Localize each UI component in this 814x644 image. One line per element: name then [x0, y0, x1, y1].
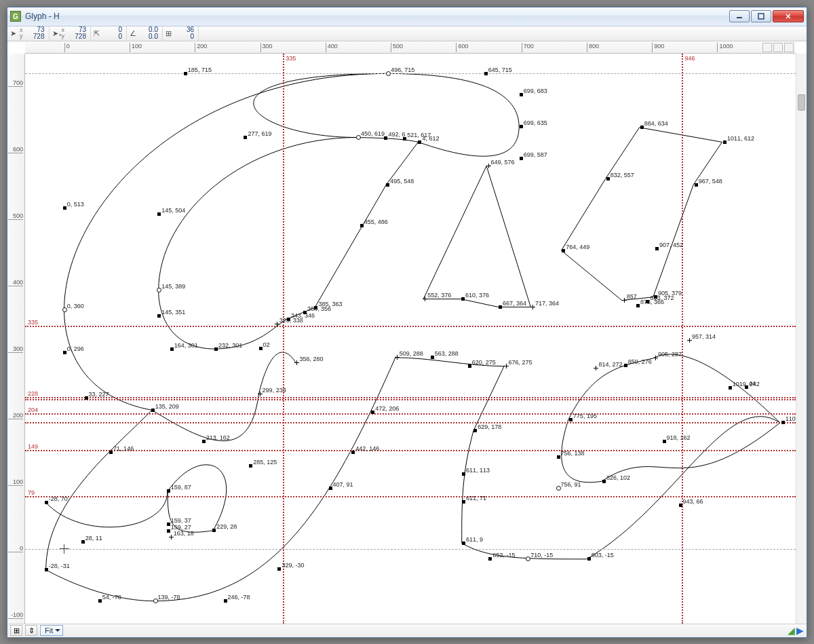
node-point[interactable] [303, 311, 307, 314]
glyph-canvas[interactable]: 33522820414979335946185, 715496, 715645,… [25, 54, 796, 624]
node-point[interactable] [687, 338, 692, 343]
node-point[interactable] [244, 136, 247, 139]
node-point[interactable] [167, 523, 170, 526]
ruler-option-2-icon[interactable] [773, 43, 783, 52]
node-point[interactable] [745, 385, 748, 389]
horizontal-ruler[interactable]: 01002003004005006007008009001000 [25, 41, 796, 54]
node-point[interactable] [530, 305, 535, 309]
node-point[interactable] [249, 464, 252, 468]
node-point[interactable] [277, 567, 281, 571]
node-point[interactable] [729, 386, 732, 390]
node-point[interactable] [486, 164, 491, 168]
node-point[interactable] [557, 455, 560, 459]
node-point[interactable] [356, 135, 361, 140]
node-point[interactable] [184, 72, 187, 75]
ruler-option-3-icon[interactable] [784, 43, 794, 52]
node-point[interactable] [556, 486, 561, 491]
zoom-select[interactable]: Fit [40, 625, 63, 636]
node-point[interactable] [275, 322, 279, 326]
minimize-button[interactable] [729, 10, 750, 22]
node-point[interactable] [461, 297, 465, 301]
close-button[interactable] [773, 10, 804, 22]
node-point[interactable] [224, 599, 227, 603]
node-point[interactable] [418, 140, 421, 144]
node-point[interactable] [520, 93, 523, 96]
node-point[interactable] [695, 183, 698, 187]
node-point[interactable] [294, 360, 299, 365]
node-point[interactable] [371, 411, 374, 414]
maximize-button[interactable] [751, 10, 771, 22]
node-point[interactable] [81, 540, 85, 544]
node-point[interactable] [473, 429, 477, 432]
node-point[interactable] [360, 224, 364, 227]
node-point[interactable] [258, 392, 263, 396]
node-point[interactable] [526, 556, 530, 561]
node-point[interactable] [287, 318, 290, 321]
node-point[interactable] [202, 440, 206, 443]
node-point[interactable] [655, 247, 659, 250]
node-point[interactable] [640, 126, 644, 129]
node-point[interactable] [562, 249, 565, 252]
statusbar-btn-2[interactable]: ⇕ [25, 625, 37, 636]
node-point[interactable] [602, 480, 606, 483]
node-point[interactable] [169, 535, 174, 539]
nav-prev-icon[interactable]: ◢ [788, 625, 795, 636]
node-point[interactable] [157, 314, 161, 318]
node-point[interactable] [63, 351, 66, 354]
node-point[interactable] [622, 298, 627, 303]
node-point[interactable] [386, 71, 391, 76]
node-point[interactable] [520, 157, 523, 160]
node-point[interactable] [636, 304, 640, 307]
node-point[interactable] [646, 300, 649, 303]
node-point[interactable] [654, 295, 657, 299]
node-point[interactable] [167, 489, 170, 493]
node-point[interactable] [403, 137, 406, 140]
node-point[interactable] [569, 418, 573, 421]
statusbar-btn-1[interactable]: ⊞ [10, 625, 22, 636]
node-point[interactable] [85, 396, 88, 400]
vertical-scrollbar[interactable] [796, 54, 807, 624]
node-point[interactable] [723, 140, 726, 144]
node-point[interactable] [167, 529, 170, 533]
node-point[interactable] [606, 177, 610, 181]
node-point[interactable] [329, 487, 332, 490]
node-point[interactable] [624, 364, 627, 367]
node-point[interactable] [98, 599, 102, 603]
node-point[interactable] [314, 306, 317, 309]
node-point[interactable] [259, 347, 263, 350]
node-point[interactable] [468, 364, 471, 368]
node-point[interactable] [45, 568, 48, 571]
node-point[interactable] [663, 440, 666, 443]
node-point[interactable] [157, 212, 161, 216]
node-point[interactable] [504, 364, 509, 368]
node-point[interactable] [62, 307, 67, 312]
vertical-scroll-thumb[interactable] [798, 94, 805, 111]
node-point[interactable] [520, 125, 523, 128]
nav-next-icon[interactable]: ▶ [796, 625, 804, 636]
vertical-ruler[interactable]: -1000100200300400500600700 [7, 54, 25, 624]
node-point[interactable] [151, 409, 155, 412]
node-point[interactable] [351, 451, 355, 454]
node-point[interactable] [109, 451, 113, 454]
node-point[interactable] [431, 356, 434, 359]
node-point[interactable] [488, 557, 492, 561]
node-point[interactable] [594, 366, 598, 371]
node-point[interactable] [587, 557, 591, 561]
node-point[interactable] [153, 599, 158, 603]
node-point[interactable] [170, 347, 174, 351]
node-point[interactable] [462, 500, 465, 504]
node-point[interactable] [499, 305, 502, 309]
ruler-option-1-icon[interactable] [762, 43, 772, 52]
node-point[interactable] [45, 501, 48, 504]
node-point[interactable] [63, 206, 66, 210]
node-point[interactable] [462, 542, 465, 545]
node-point[interactable] [462, 472, 465, 476]
node-point[interactable] [384, 136, 387, 140]
node-point[interactable] [653, 356, 658, 360]
node-point[interactable] [212, 529, 216, 532]
node-point[interactable] [214, 347, 218, 351]
node-point[interactable] [484, 72, 488, 75]
node-point[interactable] [679, 504, 682, 507]
node-point[interactable] [423, 297, 427, 301]
titlebar[interactable]: G Glyph - H [7, 7, 807, 26]
